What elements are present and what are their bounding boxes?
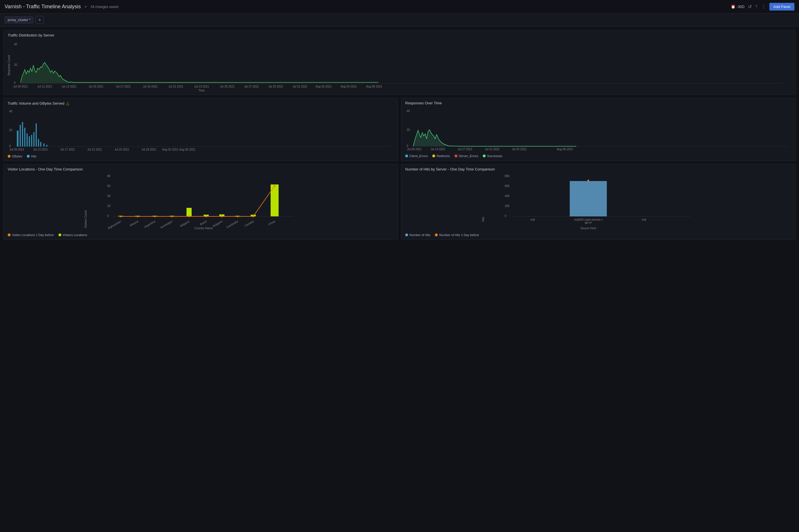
chart-responses: 40 20 0 Jul 09 2021 Jul 13 2021 Jul 17 2…	[405, 108, 791, 153]
vis-prev-line	[121, 186, 274, 216]
x-date-10: Jul 29 2021	[268, 85, 283, 88]
x-date-13: Aug 04 2021	[341, 85, 357, 88]
y-label-0: 0	[9, 145, 11, 148]
legend-hits-by-server: Number of Hits Number of Hits 1 Day befo…	[405, 233, 791, 236]
row-2: Traffic Volume and GBytes Served △ 40 20…	[3, 98, 796, 161]
legend-dot-hits-prev	[435, 233, 438, 236]
add-panel-button[interactable]: Add Panel	[769, 3, 795, 11]
panel-responses: Responses Over Time 40 20 0 Jul 09	[401, 98, 796, 161]
x-date-14: Aug 06 2021	[366, 85, 382, 88]
vis-dot-3	[154, 215, 156, 217]
more-options-icon[interactable]: ⋮	[761, 4, 766, 10]
res-x-4: Jul 25 2021	[512, 148, 527, 151]
vis-x-8: Canada	[244, 220, 254, 227]
chart-svg-traffic: 40 20 0 Requests Count Jul 09 2021	[8, 40, 791, 91]
legend-dot-redirects	[432, 154, 435, 157]
hits-y-400: 400	[505, 194, 510, 197]
res-x-0: Jul 09 2021	[407, 148, 422, 151]
vis-x-6: Bulgaria	[212, 220, 223, 228]
traffic-fill	[21, 62, 378, 83]
x-date-8: Jul 25 2021	[220, 85, 235, 88]
vis-dot-8	[237, 215, 239, 217]
vis-dot-5	[188, 215, 190, 217]
x-date-7: Jul 23 2021	[194, 85, 209, 88]
chart-hits-by-server: 800 600 400 200 0 Hits	[405, 174, 791, 231]
chart-svg-hits: 800 600 400 200 0 Hits	[405, 174, 791, 231]
vis-y-20: 20	[107, 204, 111, 208]
time-range-value: -30D	[737, 4, 744, 9]
vis-y-axis-label: Visitors Count	[84, 210, 87, 228]
vol-x-7: Aug 06 2021	[179, 148, 196, 151]
vis-dot-4	[171, 215, 173, 217]
vis-dot-10	[274, 185, 275, 187]
hit-bar-8	[33, 132, 35, 147]
refresh-icon[interactable]: ↺	[748, 4, 752, 10]
vol-x-0: Jul 09 2021	[9, 148, 24, 151]
hits-bar-node03	[570, 181, 607, 216]
res-y-0: 0	[407, 144, 408, 147]
vol-x-3: Jul 21 2021	[87, 148, 102, 151]
filter-icon[interactable]: ⍑	[755, 4, 758, 10]
vis-dot-1	[120, 215, 121, 217]
legend-dot-hits-current	[405, 233, 408, 236]
legend-dot-hits	[27, 155, 30, 158]
vis-x-1: Albania	[129, 220, 139, 227]
hit-bar-11	[40, 142, 41, 147]
res-x-2: Jul 17 2021	[458, 148, 473, 151]
legend-dot-gbytes	[8, 155, 11, 158]
hit-bar-7	[31, 135, 32, 147]
legend-successes: Successes	[483, 154, 502, 158]
chart-traffic-distribution: 40 20 0 Requests Count Jul 09 2021	[8, 40, 791, 92]
vis-x-7: Cambodia	[226, 220, 239, 229]
vol-x-4: Jul 25 2021	[114, 148, 129, 151]
legend-redirects: Redirects	[432, 154, 450, 158]
variable-badge[interactable]: proxy_cluster *	[4, 17, 33, 23]
x-axis-title: Time	[198, 89, 205, 92]
chart-svg-responses: 40 20 0 Jul 09 2021 Jul 13 2021 Jul 17 2…	[405, 108, 791, 152]
res-y-40: 40	[407, 110, 410, 113]
x-date-5: Jul 19 2021	[143, 85, 158, 88]
x-date-9: Jul 27 2021	[244, 85, 259, 88]
page-title: Varnish - Traffic Timeline Analysis	[4, 4, 81, 10]
add-variable-button[interactable]: +	[36, 16, 44, 24]
x-date-12: Aug 02 2021	[316, 85, 332, 88]
saved-status: All changes saved	[90, 5, 727, 9]
vis-bar-china	[271, 185, 279, 216]
x-date-11: Jul 31 2021	[292, 85, 307, 88]
panel-visitor-locations: Visitor Locations - One Day Time Compari…	[3, 164, 398, 240]
vis-dot-9	[252, 215, 254, 217]
legend-vis-current: Visitors Locations	[58, 233, 87, 236]
hit-bar-2	[20, 125, 21, 147]
vol-x-1: Jul 13 2021	[33, 148, 48, 151]
res-x-5: Aug 06 2021	[557, 148, 573, 151]
y-label-40: 40	[14, 43, 17, 46]
legend-hits-prev: Number of Hits 1 Day before	[435, 233, 479, 236]
legend-dot-vis-prev	[8, 233, 11, 236]
chart-svg-visitor: 80 60 40 20 0 Visitors Count	[8, 174, 394, 231]
vis-x-9: China	[267, 220, 276, 226]
panel-traffic-volume: Traffic Volume and GBytes Served △ 40 20…	[3, 98, 398, 161]
panel-title-hits-by-server: Number of Hits by Server - One Day Time …	[405, 167, 791, 171]
y-label-40: 40	[9, 110, 13, 113]
legend-hits-current: Number of Hits	[405, 233, 430, 236]
vis-dot-6	[205, 215, 207, 217]
vis-x-4: Belgium	[179, 220, 190, 228]
legend-vis-prev: Visitor Locations 1 Day before	[8, 233, 54, 236]
vis-x-3: Azerbaijan	[160, 220, 173, 229]
legend-responses: Client_Errors Redirects Server_Errors Su…	[405, 154, 791, 158]
hits-y-0: 0	[505, 214, 507, 217]
hit-bar-4	[24, 128, 25, 147]
hits-x-null-left: null	[530, 218, 535, 221]
hits-y-axis-label: Hits	[482, 217, 485, 222]
successes-fill	[413, 130, 576, 146]
vis-dot-7	[221, 215, 223, 217]
x-date-4: Jul 17 2021	[116, 85, 131, 88]
y-label-0: 0	[14, 81, 16, 84]
row-3: Visitor Locations - One Day Time Compari…	[3, 164, 796, 240]
legend-dot-server-errors	[455, 154, 457, 157]
share-icon[interactable]: ↗	[84, 5, 87, 9]
vis-dot-2	[137, 215, 138, 217]
hit-bar-9	[36, 124, 37, 147]
legend-visitor-locations: Visitor Locations 1 Day before Visitors …	[8, 233, 394, 236]
time-range-badge[interactable]: ⏰ -30D	[731, 4, 744, 9]
